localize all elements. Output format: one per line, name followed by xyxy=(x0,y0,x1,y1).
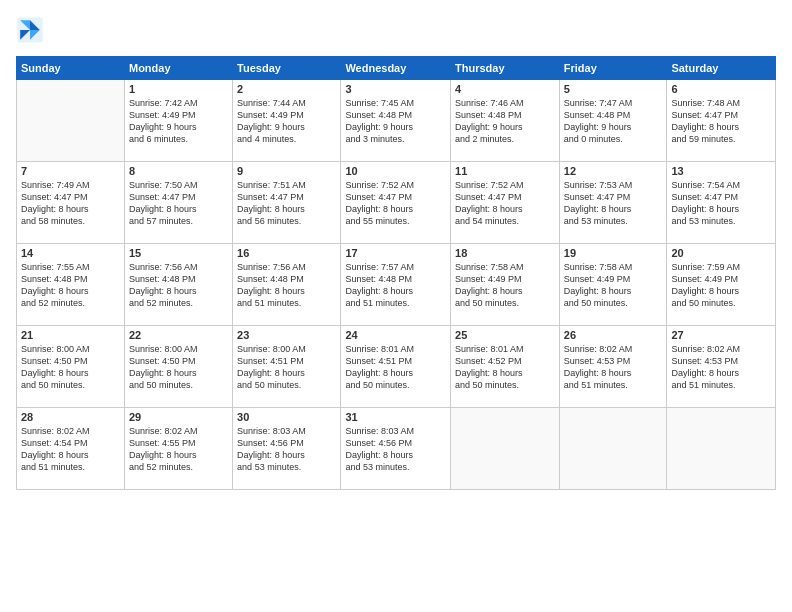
day-detail: Sunrise: 7:56 AM Sunset: 4:48 PM Dayligh… xyxy=(237,261,336,310)
weekday-header-wednesday: Wednesday xyxy=(341,57,451,80)
week-row-2: 14Sunrise: 7:55 AM Sunset: 4:48 PM Dayli… xyxy=(17,244,776,326)
calendar-cell: 16Sunrise: 7:56 AM Sunset: 4:48 PM Dayli… xyxy=(233,244,341,326)
day-number: 23 xyxy=(237,329,336,341)
day-detail: Sunrise: 7:59 AM Sunset: 4:49 PM Dayligh… xyxy=(671,261,771,310)
logo xyxy=(16,16,48,44)
day-number: 21 xyxy=(21,329,120,341)
calendar-cell: 31Sunrise: 8:03 AM Sunset: 4:56 PM Dayli… xyxy=(341,408,451,490)
day-number: 15 xyxy=(129,247,228,259)
day-number: 13 xyxy=(671,165,771,177)
day-detail: Sunrise: 8:02 AM Sunset: 4:53 PM Dayligh… xyxy=(564,343,663,392)
day-number: 1 xyxy=(129,83,228,95)
calendar-cell: 12Sunrise: 7:53 AM Sunset: 4:47 PM Dayli… xyxy=(559,162,667,244)
day-detail: Sunrise: 8:01 AM Sunset: 4:51 PM Dayligh… xyxy=(345,343,446,392)
calendar-cell: 17Sunrise: 7:57 AM Sunset: 4:48 PM Dayli… xyxy=(341,244,451,326)
week-row-1: 7Sunrise: 7:49 AM Sunset: 4:47 PM Daylig… xyxy=(17,162,776,244)
calendar-cell: 29Sunrise: 8:02 AM Sunset: 4:55 PM Dayli… xyxy=(124,408,232,490)
day-number: 26 xyxy=(564,329,663,341)
day-number: 7 xyxy=(21,165,120,177)
day-number: 31 xyxy=(345,411,446,423)
day-detail: Sunrise: 8:00 AM Sunset: 4:50 PM Dayligh… xyxy=(129,343,228,392)
calendar-table: SundayMondayTuesdayWednesdayThursdayFrid… xyxy=(16,56,776,490)
weekday-header-row: SundayMondayTuesdayWednesdayThursdayFrid… xyxy=(17,57,776,80)
day-number: 27 xyxy=(671,329,771,341)
day-number: 24 xyxy=(345,329,446,341)
day-detail: Sunrise: 7:57 AM Sunset: 4:48 PM Dayligh… xyxy=(345,261,446,310)
weekday-header-monday: Monday xyxy=(124,57,232,80)
calendar-cell: 9Sunrise: 7:51 AM Sunset: 4:47 PM Daylig… xyxy=(233,162,341,244)
day-detail: Sunrise: 7:58 AM Sunset: 4:49 PM Dayligh… xyxy=(564,261,663,310)
weekday-header-friday: Friday xyxy=(559,57,667,80)
week-row-4: 28Sunrise: 8:02 AM Sunset: 4:54 PM Dayli… xyxy=(17,408,776,490)
calendar-cell: 19Sunrise: 7:58 AM Sunset: 4:49 PM Dayli… xyxy=(559,244,667,326)
calendar-cell: 18Sunrise: 7:58 AM Sunset: 4:49 PM Dayli… xyxy=(451,244,560,326)
day-number: 20 xyxy=(671,247,771,259)
calendar-cell: 11Sunrise: 7:52 AM Sunset: 4:47 PM Dayli… xyxy=(451,162,560,244)
day-detail: Sunrise: 8:01 AM Sunset: 4:52 PM Dayligh… xyxy=(455,343,555,392)
day-number: 22 xyxy=(129,329,228,341)
day-number: 14 xyxy=(21,247,120,259)
day-number: 25 xyxy=(455,329,555,341)
day-number: 28 xyxy=(21,411,120,423)
calendar-cell: 6Sunrise: 7:48 AM Sunset: 4:47 PM Daylig… xyxy=(667,80,776,162)
week-row-3: 21Sunrise: 8:00 AM Sunset: 4:50 PM Dayli… xyxy=(17,326,776,408)
calendar-cell: 15Sunrise: 7:56 AM Sunset: 4:48 PM Dayli… xyxy=(124,244,232,326)
day-number: 29 xyxy=(129,411,228,423)
day-number: 5 xyxy=(564,83,663,95)
calendar-cell: 20Sunrise: 7:59 AM Sunset: 4:49 PM Dayli… xyxy=(667,244,776,326)
day-number: 18 xyxy=(455,247,555,259)
calendar-cell xyxy=(451,408,560,490)
weekday-header-saturday: Saturday xyxy=(667,57,776,80)
calendar-cell: 3Sunrise: 7:45 AM Sunset: 4:48 PM Daylig… xyxy=(341,80,451,162)
logo-icon xyxy=(16,16,44,44)
weekday-header-tuesday: Tuesday xyxy=(233,57,341,80)
calendar-cell: 10Sunrise: 7:52 AM Sunset: 4:47 PM Dayli… xyxy=(341,162,451,244)
header xyxy=(16,16,776,44)
day-number: 4 xyxy=(455,83,555,95)
day-detail: Sunrise: 8:02 AM Sunset: 4:53 PM Dayligh… xyxy=(671,343,771,392)
day-detail: Sunrise: 7:47 AM Sunset: 4:48 PM Dayligh… xyxy=(564,97,663,146)
day-detail: Sunrise: 7:55 AM Sunset: 4:48 PM Dayligh… xyxy=(21,261,120,310)
page: SundayMondayTuesdayWednesdayThursdayFrid… xyxy=(0,0,792,612)
day-number: 2 xyxy=(237,83,336,95)
calendar-cell: 5Sunrise: 7:47 AM Sunset: 4:48 PM Daylig… xyxy=(559,80,667,162)
calendar-cell: 1Sunrise: 7:42 AM Sunset: 4:49 PM Daylig… xyxy=(124,80,232,162)
day-detail: Sunrise: 8:03 AM Sunset: 4:56 PM Dayligh… xyxy=(237,425,336,474)
calendar-cell: 26Sunrise: 8:02 AM Sunset: 4:53 PM Dayli… xyxy=(559,326,667,408)
day-detail: Sunrise: 7:54 AM Sunset: 4:47 PM Dayligh… xyxy=(671,179,771,228)
day-number: 30 xyxy=(237,411,336,423)
day-detail: Sunrise: 7:52 AM Sunset: 4:47 PM Dayligh… xyxy=(455,179,555,228)
day-detail: Sunrise: 7:45 AM Sunset: 4:48 PM Dayligh… xyxy=(345,97,446,146)
day-detail: Sunrise: 7:56 AM Sunset: 4:48 PM Dayligh… xyxy=(129,261,228,310)
day-number: 11 xyxy=(455,165,555,177)
calendar-cell: 27Sunrise: 8:02 AM Sunset: 4:53 PM Dayli… xyxy=(667,326,776,408)
day-number: 9 xyxy=(237,165,336,177)
day-detail: Sunrise: 7:49 AM Sunset: 4:47 PM Dayligh… xyxy=(21,179,120,228)
day-number: 17 xyxy=(345,247,446,259)
calendar-cell: 13Sunrise: 7:54 AM Sunset: 4:47 PM Dayli… xyxy=(667,162,776,244)
calendar-cell: 28Sunrise: 8:02 AM Sunset: 4:54 PM Dayli… xyxy=(17,408,125,490)
calendar-cell xyxy=(17,80,125,162)
day-detail: Sunrise: 7:50 AM Sunset: 4:47 PM Dayligh… xyxy=(129,179,228,228)
calendar-cell: 14Sunrise: 7:55 AM Sunset: 4:48 PM Dayli… xyxy=(17,244,125,326)
day-number: 3 xyxy=(345,83,446,95)
day-detail: Sunrise: 7:51 AM Sunset: 4:47 PM Dayligh… xyxy=(237,179,336,228)
day-detail: Sunrise: 7:53 AM Sunset: 4:47 PM Dayligh… xyxy=(564,179,663,228)
day-detail: Sunrise: 8:03 AM Sunset: 4:56 PM Dayligh… xyxy=(345,425,446,474)
day-detail: Sunrise: 7:48 AM Sunset: 4:47 PM Dayligh… xyxy=(671,97,771,146)
day-detail: Sunrise: 8:02 AM Sunset: 4:55 PM Dayligh… xyxy=(129,425,228,474)
day-detail: Sunrise: 7:42 AM Sunset: 4:49 PM Dayligh… xyxy=(129,97,228,146)
day-detail: Sunrise: 7:52 AM Sunset: 4:47 PM Dayligh… xyxy=(345,179,446,228)
day-number: 6 xyxy=(671,83,771,95)
day-detail: Sunrise: 8:02 AM Sunset: 4:54 PM Dayligh… xyxy=(21,425,120,474)
weekday-header-sunday: Sunday xyxy=(17,57,125,80)
day-detail: Sunrise: 8:00 AM Sunset: 4:51 PM Dayligh… xyxy=(237,343,336,392)
calendar-cell: 30Sunrise: 8:03 AM Sunset: 4:56 PM Dayli… xyxy=(233,408,341,490)
day-number: 10 xyxy=(345,165,446,177)
day-number: 12 xyxy=(564,165,663,177)
calendar-cell: 22Sunrise: 8:00 AM Sunset: 4:50 PM Dayli… xyxy=(124,326,232,408)
calendar-cell: 25Sunrise: 8:01 AM Sunset: 4:52 PM Dayli… xyxy=(451,326,560,408)
day-number: 8 xyxy=(129,165,228,177)
day-detail: Sunrise: 7:58 AM Sunset: 4:49 PM Dayligh… xyxy=(455,261,555,310)
day-detail: Sunrise: 8:00 AM Sunset: 4:50 PM Dayligh… xyxy=(21,343,120,392)
